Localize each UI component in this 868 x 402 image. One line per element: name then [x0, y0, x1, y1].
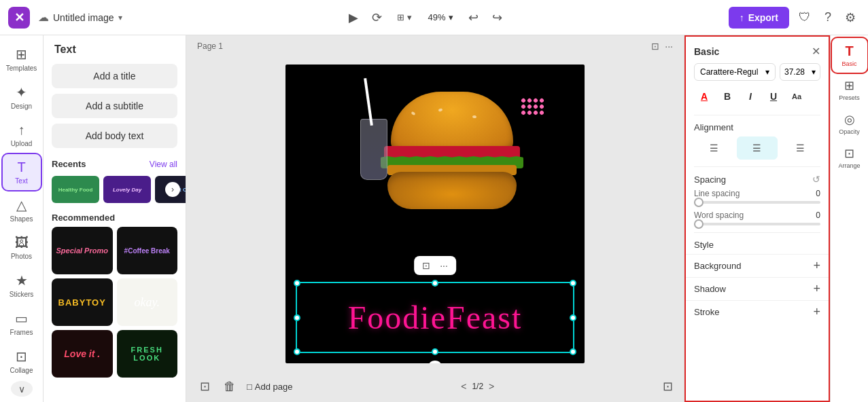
floating-more-button[interactable]: ···	[437, 259, 451, 272]
rec-item-love-it[interactable]: Love it .	[52, 330, 113, 378]
canvas[interactable]: ⊡ ··· FoodieFeast ↻	[285, 65, 585, 363]
format-italic-button[interactable]: I	[740, 86, 761, 107]
sidebar-item-shapes[interactable]: △ Shapes	[3, 191, 41, 228]
sidebar-item-upload[interactable]: ↑ Upload	[3, 117, 41, 153]
right-icon-arrange[interactable]: ⊡ Arrange	[832, 141, 867, 175]
word-spacing-slider[interactable]	[694, 223, 820, 225]
font-row: Carattere-Regul ▾ 37.28 ▾	[686, 63, 829, 86]
spacing-label: Spacing	[694, 175, 726, 185]
rec-item-fresh-look[interactable]: FRESH LOOK	[117, 330, 178, 378]
text-selection-box[interactable]: ⊡ ··· FoodieFeast ↻	[296, 282, 574, 353]
prev-page-button[interactable]: <	[461, 381, 466, 392]
help-button[interactable]: ?	[820, 7, 835, 27]
recent-item-1[interactable]: Lovely Day	[103, 176, 151, 203]
document-title: Untitled image	[53, 12, 114, 23]
add-background-button[interactable]: +	[813, 259, 820, 273]
recents-header: Recents View all	[44, 151, 186, 173]
spacing-reset-button[interactable]: ↺	[812, 174, 820, 185]
handle-bottom-middle[interactable]	[432, 348, 438, 355]
add-title-button[interactable]: Add a title	[52, 64, 177, 88]
right-icon-presets[interactable]: ⊞ Presets	[832, 73, 867, 107]
templates-label: Templates	[6, 65, 37, 72]
document-selector[interactable]: ☁ Untitled image ▾	[38, 11, 122, 24]
sidebar-item-frames[interactable]: ▭ Frames	[3, 305, 41, 342]
topbar: ✕ ☁ Untitled image ▾ ▶ ⟳ ⊞▾ 49% ▾ ↩ ↪ ↑ …	[0, 0, 868, 35]
rec-item-okay[interactable]: okay.	[117, 278, 178, 326]
font-chevron: ▾	[765, 67, 769, 77]
line-spacing-label: Line spacing	[694, 189, 740, 198]
handle-top-right[interactable]	[570, 280, 576, 287]
sidebar-item-stickers[interactable]: ★ Stickers	[3, 267, 41, 304]
add-subtitle-button[interactable]: Add a subtitle	[52, 94, 177, 118]
align-center-button[interactable]: ☰	[737, 136, 777, 160]
right-icon-opacity[interactable]: ◎ Opacity	[832, 107, 867, 141]
play-button[interactable]: ▶	[345, 7, 362, 28]
handle-middle-right[interactable]	[570, 314, 576, 321]
canvas-bottom-bar: ⊡ 🗑 □ Add page < 1/2 > ⊡	[186, 371, 684, 402]
basic-panel-close-button[interactable]: ✕	[812, 45, 820, 58]
foodie-text: FoodieFeast	[348, 299, 523, 336]
line-spacing-slider-row	[694, 201, 820, 204]
font-selector[interactable]: Carattere-Regul ▾	[694, 63, 776, 81]
sidebar-item-collage[interactable]: ⊡ Collage	[3, 343, 41, 380]
export-button[interactable]: ↑ Export	[729, 7, 789, 29]
sidebar-item-text[interactable]: T Text	[3, 154, 41, 190]
word-spacing-slider-row	[694, 223, 820, 225]
size-chevron: ▾	[812, 67, 816, 77]
right-icon-basic[interactable]: T Basic	[832, 38, 867, 73]
upload-icon: ↑	[18, 122, 25, 138]
line-spacing-slider[interactable]	[694, 201, 820, 204]
rec-item-babytoy[interactable]: BABYTOY	[52, 278, 113, 326]
view-all-button[interactable]: View all	[150, 160, 177, 169]
rec-item-special-promo[interactable]: Special Promo	[52, 227, 113, 274]
format-case-button[interactable]: Aa	[786, 86, 807, 107]
export-label: Export	[748, 12, 778, 23]
canvas-bottom-icon1[interactable]: ⊡	[197, 376, 213, 397]
sidebar-item-design[interactable]: ✦ Design	[3, 79, 41, 115]
recent-item-0[interactable]: Healthy Food	[52, 176, 99, 203]
canvas-options-button[interactable]: ⊡	[651, 41, 659, 52]
background-label: Background	[694, 261, 741, 271]
page-label: Page 1	[197, 41, 223, 51]
format-bold-button[interactable]: B	[717, 86, 737, 107]
fit-to-screen-button[interactable]: ⊡	[663, 379, 673, 394]
settings-button[interactable]: ⚙	[841, 7, 860, 28]
sidebar-item-templates[interactable]: ⊞ Templates	[3, 41, 41, 77]
layout-selector[interactable]: ⊞▾	[392, 10, 417, 25]
rotate-handle[interactable]: ↻	[428, 361, 442, 363]
handle-bottom-left[interactable]	[294, 348, 300, 355]
add-shadow-button[interactable]: +	[813, 282, 820, 296]
add-body-button[interactable]: Add body text	[52, 124, 177, 148]
stroke-row: Stroke +	[686, 300, 829, 323]
present-button[interactable]: ⟳	[368, 7, 386, 28]
canvas-more-button[interactable]: ···	[665, 41, 673, 52]
recents-next-button[interactable]: ›	[165, 182, 180, 197]
add-page-button[interactable]: □ Add page	[247, 376, 293, 397]
zoom-selector[interactable]: 49% ▾	[423, 10, 459, 25]
next-page-button[interactable]: >	[489, 381, 494, 392]
handle-middle-left[interactable]	[294, 314, 300, 321]
design-icon: ✦	[16, 84, 27, 100]
align-left-button[interactable]: ☰	[694, 136, 734, 160]
handle-bottom-right[interactable]	[570, 348, 576, 355]
format-underline-button[interactable]: U	[763, 86, 784, 107]
style-label: Style	[694, 240, 714, 250]
sidebar-collapse-button[interactable]: ∨	[11, 381, 33, 397]
redo-button[interactable]: ↪	[488, 7, 506, 28]
sidebar-item-photos[interactable]: 🖼 Photos	[3, 230, 41, 266]
canvas-bottom-delete[interactable]: 🗑	[221, 376, 239, 397]
floating-copy-button[interactable]: ⊡	[419, 259, 433, 272]
align-right-button[interactable]: ☰	[780, 136, 820, 160]
arrange-icon-label: Arrange	[838, 162, 860, 169]
handle-top-middle[interactable]	[432, 280, 438, 287]
font-size-selector[interactable]: 37.28 ▾	[780, 63, 820, 81]
add-stroke-button[interactable]: +	[813, 305, 820, 319]
stroke-label: Stroke	[694, 307, 720, 317]
undo-button[interactable]: ↩	[464, 7, 483, 28]
format-color-button[interactable]: A	[694, 86, 714, 107]
basic-icon-label: Basic	[841, 60, 856, 67]
handle-top-left[interactable]	[294, 280, 300, 287]
canvas-wrapper[interactable]: ⊡ ··· FoodieFeast ↻	[186, 57, 684, 371]
shield-button[interactable]: 🛡	[795, 7, 815, 27]
rec-item-coffee-break[interactable]: #Coffee Break	[117, 227, 178, 274]
